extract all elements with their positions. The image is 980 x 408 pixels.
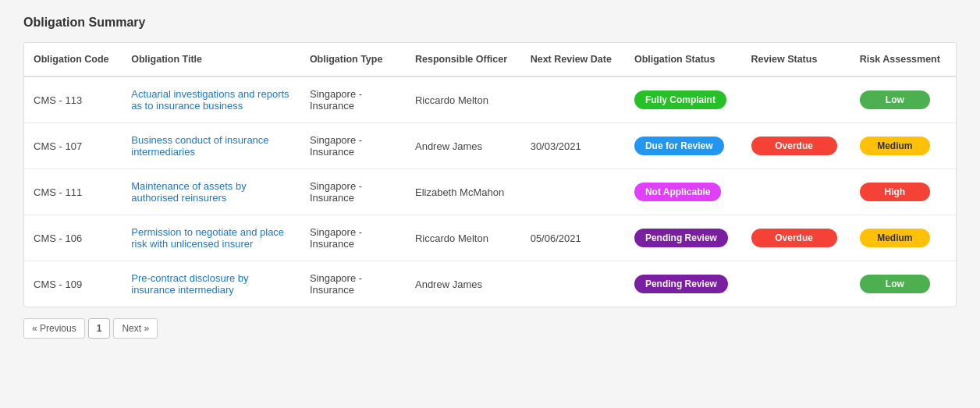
cell-code: CMS - 113 [24,76,122,123]
prev-button[interactable]: « Previous [23,318,85,339]
next-button[interactable]: Next » [113,318,158,339]
cell-risk: Medium [850,215,956,261]
col-header-review: Review Status [742,43,850,76]
cell-title: Pre-contract disclosure by insurance int… [122,261,300,307]
cell-status: Not Applicable [625,169,742,215]
obligation-title-link[interactable]: Maintenance of assets by authorised rein… [131,180,246,204]
cell-date [521,261,625,307]
col-header-status: Obligation Status [625,43,742,76]
table-row: CMS - 107Business conduct of insurance i… [24,123,956,169]
status-badge: Fully Complaint [634,90,726,109]
cell-status: Fully Complaint [625,76,742,123]
cell-status: Due for Review [625,123,742,169]
risk-badge: Low [860,275,930,293]
obligation-table: Obligation Code Obligation Title Obligat… [24,43,956,307]
table-header-row: Obligation Code Obligation Title Obligat… [24,43,956,76]
status-badge: Not Applicable [634,183,722,201]
cell-status: Pending Review [625,261,742,307]
obligation-title-link[interactable]: Actuarial investigations and reports as … [131,88,289,112]
cell-officer: Elizabeth McMahon [406,169,521,215]
cell-code: CMS - 111 [24,169,122,215]
cell-title: Maintenance of assets by authorised rein… [122,169,300,215]
col-header-date: Next Review Date [521,43,625,76]
cell-code: CMS - 109 [24,261,122,307]
status-badge: Due for Review [634,137,724,155]
cell-date [521,169,625,215]
risk-badge: Low [860,90,930,109]
review-badge: Overdue [751,137,837,155]
cell-review: Overdue [742,215,850,261]
cell-risk: Medium [850,123,956,169]
review-badge: Overdue [751,229,837,247]
cell-date: 05/06/2021 [521,215,625,261]
cell-officer: Riccardo Melton [406,215,521,261]
cell-date: 30/03/2021 [521,123,625,169]
cell-type: Singapore - Insurance [300,261,406,307]
cell-title: Permission to negotiate and place risk w… [122,215,300,261]
page-title: Obligation Summary [23,16,957,30]
pagination: « Previous 1 Next » [23,318,957,339]
col-header-type: Obligation Type [300,43,406,76]
cell-date [521,76,625,123]
cell-title: Actuarial investigations and reports as … [122,76,300,123]
risk-badge: Medium [860,229,930,247]
obligation-title-link[interactable]: Permission to negotiate and place risk w… [131,226,284,250]
obligation-title-link[interactable]: Pre-contract disclosure by insurance int… [131,272,248,296]
cell-code: CMS - 106 [24,215,122,261]
cell-type: Singapore - Insurance [300,215,406,261]
col-header-risk: Risk Assessment [850,43,956,76]
col-header-officer: Responsible Officer [406,43,521,76]
cell-risk: Low [850,261,956,307]
risk-badge: Medium [860,137,930,155]
cell-review: Overdue [742,123,850,169]
cell-code: CMS - 107 [24,123,122,169]
cell-risk: Low [850,76,956,123]
cell-review [742,261,850,307]
risk-badge: High [860,183,930,201]
cell-title: Business conduct of insurance intermedia… [122,123,300,169]
cell-risk: High [850,169,956,215]
obligation-title-link[interactable]: Business conduct of insurance intermedia… [131,134,268,158]
obligation-table-container: Obligation Code Obligation Title Obligat… [23,42,957,307]
status-badge: Pending Review [634,229,728,247]
cell-officer: Andrew James [406,123,521,169]
table-body: CMS - 113Actuarial investigations and re… [24,76,956,307]
cell-type: Singapore - Insurance [300,123,406,169]
cell-type: Singapore - Insurance [300,169,406,215]
page-1-button[interactable]: 1 [88,318,111,339]
col-header-title: Obligation Title [122,43,300,76]
cell-status: Pending Review [625,215,742,261]
col-header-code: Obligation Code [24,43,122,76]
cell-type: Singapore - Insurance [300,76,406,123]
table-row: CMS - 109Pre-contract disclosure by insu… [24,261,956,307]
cell-officer: Riccardo Melton [406,76,521,123]
status-badge: Pending Review [634,275,728,293]
cell-review [742,76,850,123]
table-row: CMS - 113Actuarial investigations and re… [24,76,956,123]
table-row: CMS - 111Maintenance of assets by author… [24,169,956,215]
cell-officer: Andrew James [406,261,521,307]
table-row: CMS - 106Permission to negotiate and pla… [24,215,956,261]
cell-review [742,169,850,215]
